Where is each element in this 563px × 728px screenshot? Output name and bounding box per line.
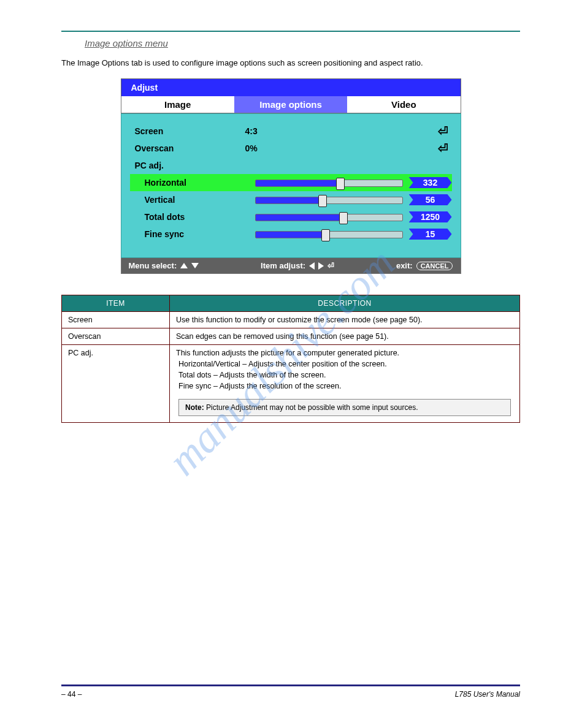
osd-value-overscan: 0% <box>245 143 438 153</box>
table-row: Screen Use this function to modify or cu… <box>62 312 520 328</box>
osd-row-overscan[interactable]: Overscan 0% ⏎ <box>130 140 452 157</box>
osd-label-screen: Screen <box>130 126 245 136</box>
cell-desc-pcadj: This function adjusts the picture for a … <box>170 345 520 423</box>
osd-row-horizontal[interactable]: Horizontal 332 <box>130 174 452 191</box>
slider-fine-sync[interactable] <box>255 231 403 238</box>
badge-total-dots: 1250 <box>409 211 452 222</box>
cell-desc-screen: Use this function to modify or customize… <box>170 312 520 328</box>
header-rule <box>61 31 520 32</box>
enter-icon: ⏎ <box>438 142 452 154</box>
osd-label-horizontal: Horizontal <box>130 178 255 188</box>
note-text: Picture Adjustment may not be possible w… <box>206 403 418 412</box>
arrow-left-icon <box>309 262 315 270</box>
osd-title: Adjust <box>121 78 461 96</box>
arrow-right-icon <box>318 262 324 270</box>
badge-horizontal: 332 <box>409 177 452 188</box>
footer-doc-title: L785 User's Manual <box>455 690 520 699</box>
osd-body: Screen 4:3 ⏎ Overscan 0% ⏎ PC adj. Horiz… <box>121 113 461 258</box>
subsection-description: The Image Options tab is used to configu… <box>61 58 520 67</box>
pcadj-f: Fine sync – Adjusts the resolution of th… <box>178 382 513 390</box>
slider-thumb[interactable] <box>318 195 327 207</box>
enter-icon: ⏎ <box>438 125 452 137</box>
enter-icon: ⏎ <box>327 261 334 270</box>
slider-vertical[interactable] <box>255 197 403 204</box>
badge-fine-sync: 15 <box>409 229 452 240</box>
hint-item-adjust: Item adjust: ⏎ <box>261 261 334 270</box>
hint-menu-select-label: Menu select: <box>129 261 177 270</box>
slider-thumb[interactable] <box>339 212 348 224</box>
page-footer: – 44 – L785 User's Manual <box>61 684 520 699</box>
osd-row-fine-sync[interactable]: Fine sync 15 <box>130 226 452 243</box>
osd-row-total-dots[interactable]: Total dots 1250 <box>130 208 452 226</box>
th-desc: DESCRIPTION <box>170 295 520 312</box>
note-label: Note: <box>185 403 204 412</box>
table-row: Overscan Scan edges can be removed using… <box>62 328 520 345</box>
subsection-title: Image options menu <box>85 38 520 48</box>
slider-total-dots[interactable] <box>255 214 403 221</box>
pcadj-intro: This function adjusts the picture for a … <box>176 349 513 357</box>
spec-table: ITEM DESCRIPTION Screen Use this functio… <box>61 295 520 423</box>
osd-label-overscan: Overscan <box>130 143 245 153</box>
osd-hint-bar: Menu select: Item adjust: ⏎ exit: CANCEL <box>121 258 461 274</box>
osd-row-screen[interactable]: Screen 4:3 ⏎ <box>130 123 452 140</box>
osd-label-pcadj: PC adj. <box>130 161 245 170</box>
slider-thumb[interactable] <box>336 178 345 190</box>
osd-row-pcadj: PC adj. <box>130 157 452 174</box>
slider-thumb[interactable] <box>321 229 330 241</box>
table-header-row: ITEM DESCRIPTION <box>62 295 520 312</box>
cell-desc-overscan: Scan edges can be removed using this fun… <box>170 328 520 345</box>
tab-image[interactable]: Image <box>121 96 234 113</box>
osd-label-total-dots: Total dots <box>130 212 255 222</box>
hint-exit-label: exit: <box>396 261 413 270</box>
cell-item-pcadj: PC adj. <box>62 345 170 423</box>
osd-value-screen: 4:3 <box>245 126 438 136</box>
footer-page-number: – 44 – <box>61 690 82 699</box>
hint-exit: exit: CANCEL <box>396 261 453 270</box>
pcadj-t: Total dots – Adjusts the width of the sc… <box>178 371 513 379</box>
arrow-down-icon <box>191 263 199 268</box>
osd-screenshot: Adjust Image Image options Video Screen … <box>121 78 461 274</box>
osd-tab-row: Image Image options Video <box>121 96 461 113</box>
arrow-up-icon <box>180 263 188 268</box>
cell-item-overscan: Overscan <box>62 328 170 345</box>
slider-horizontal[interactable] <box>255 180 403 187</box>
footer-rule <box>61 684 520 686</box>
osd-label-fine-sync: Fine sync <box>130 229 255 239</box>
tab-video[interactable]: Video <box>347 96 460 113</box>
th-item: ITEM <box>62 295 170 312</box>
tab-image-options[interactable]: Image options <box>234 96 347 113</box>
pcadj-h: Horizontal/Vertical – Adjusts the center… <box>178 360 513 368</box>
hint-item-adjust-label: Item adjust: <box>261 261 305 270</box>
note-box: Note: Picture Adjustment may not be poss… <box>178 399 511 416</box>
cell-item-screen: Screen <box>62 312 170 328</box>
badge-vertical: 56 <box>409 194 452 205</box>
table-row: PC adj. This function adjusts the pictur… <box>62 345 520 423</box>
osd-label-vertical: Vertical <box>130 195 255 205</box>
cancel-pill: CANCEL <box>416 262 453 270</box>
hint-menu-select: Menu select: <box>129 261 199 270</box>
osd-row-vertical[interactable]: Vertical 56 <box>130 191 452 208</box>
